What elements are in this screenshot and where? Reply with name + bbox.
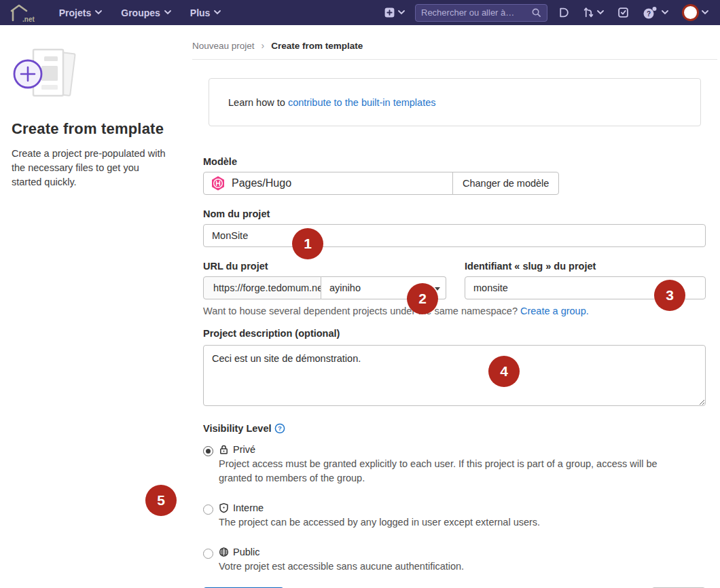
annotation-badge-4: 4: [488, 356, 520, 387]
private-radio[interactable]: [203, 446, 213, 456]
namespace-hint: Want to house several dependent projects…: [203, 306, 706, 316]
project-description-textarea[interactable]: Ceci est un site de démonstration.: [203, 345, 706, 406]
breadcrumb: Nouveau projet › Create from template: [192, 25, 717, 59]
annotation-badge-3: 3: [654, 280, 685, 311]
svg-text:?: ?: [647, 10, 651, 17]
visibility-option-public: Public Votre projet est accessible sans …: [203, 547, 706, 574]
pages-illustration: [12, 48, 86, 103]
private-option-name: Privé: [233, 444, 255, 455]
help-menu-button[interactable]: ?: [639, 3, 672, 22]
project-description-label: Project description (optional): [203, 328, 706, 339]
annotation-badge-1: 1: [292, 228, 323, 259]
breadcrumb-parent[interactable]: Nouveau projet: [192, 41, 255, 51]
project-url-label: URL du projet: [203, 261, 446, 272]
namespace-selected-value: ayiniho: [329, 282, 361, 293]
namespace-hint-text: Want to house several dependent projects…: [203, 306, 520, 316]
annotation-badge-5: 5: [145, 485, 177, 516]
lock-icon: [219, 444, 229, 455]
todos-icon: [617, 7, 629, 18]
visibility-option-internal: Interne The project can be accessed by a…: [203, 502, 706, 530]
project-url-prefix: https://forge.tedomum.ne: [203, 276, 321, 299]
globe-icon: [219, 547, 229, 557]
chevron-down-icon: [214, 10, 221, 15]
nav-projects-label: Projets: [59, 7, 91, 18]
internal-option-description: The project can be accessed by any logge…: [219, 515, 540, 530]
user-menu-button[interactable]: [679, 1, 712, 24]
chevron-down-icon: [702, 10, 708, 15]
nav-projects[interactable]: Projets: [52, 3, 109, 22]
chevron-down-icon: [164, 10, 171, 15]
hugo-icon: [211, 176, 225, 191]
template-illustration: [12, 48, 181, 103]
public-option-description: Votre projet est accessible sans aucune …: [219, 559, 464, 574]
chevron-down-icon: [662, 10, 668, 15]
visibility-level-label: Visibility Level ?: [203, 423, 706, 434]
issues-icon: [558, 7, 569, 18]
internal-option-name: Interne: [233, 502, 264, 513]
merge-requests-button[interactable]: [579, 4, 607, 21]
shield-icon: [219, 502, 229, 513]
internal-radio[interactable]: [203, 504, 213, 515]
main-panel: Nouveau projet › Create from template Le…: [192, 25, 717, 588]
help-question-icon[interactable]: ?: [274, 423, 285, 434]
merge-request-icon: [583, 7, 594, 18]
create-project-form: Modèle Pages/Hugo Changer de modèle Nom …: [192, 156, 717, 588]
todos-button[interactable]: [614, 4, 632, 21]
annotation-badge-2: 2: [407, 283, 438, 314]
avatar: [682, 4, 699, 21]
info-text: Learn how to: [228, 97, 285, 108]
selected-template-field: Pages/Hugo: [203, 172, 453, 195]
notification-dot: [653, 7, 657, 11]
breadcrumb-separator-icon: ›: [262, 40, 265, 51]
page-description: Create a project pre-populated with the …: [12, 147, 169, 189]
plus-square-icon: [384, 7, 395, 18]
tedomum-logo[interactable]: .net: [8, 3, 35, 23]
divider: [192, 59, 717, 60]
project-slug-label: Identifiant « slug » du projet: [465, 261, 706, 272]
templates-info-box: Learn how to contribute to the built-in …: [209, 78, 701, 126]
chevron-down-icon: [398, 10, 405, 15]
help-icon: ?: [643, 6, 659, 20]
private-option-description: Project access must be granted explicitl…: [219, 457, 687, 485]
logo-text: .net: [22, 16, 35, 23]
nav-groups-label: Groupes: [121, 7, 160, 18]
project-name-input[interactable]: [203, 224, 706, 247]
svg-text:?: ?: [278, 424, 283, 432]
new-menu-button[interactable]: [380, 4, 408, 21]
page-title: Create from template: [12, 120, 181, 138]
nav-more-label: Plus: [190, 7, 211, 18]
breadcrumb-current: Create from template: [271, 41, 363, 51]
create-group-link[interactable]: Create a group.: [520, 306, 589, 316]
search-input[interactable]: [421, 7, 527, 18]
search-icon[interactable]: [531, 7, 541, 18]
change-template-button[interactable]: Changer de modèle: [452, 172, 559, 195]
contribute-templates-link[interactable]: contribute to the built-in templates: [288, 97, 436, 108]
template-label: Modèle: [203, 156, 706, 167]
chevron-down-icon: [597, 10, 604, 15]
public-radio[interactable]: [203, 549, 213, 559]
global-search: [415, 4, 547, 22]
project-name-label: Nom du projet: [203, 208, 706, 219]
nav-groups[interactable]: Groupes: [114, 3, 178, 22]
visibility-option-private: Privé Project access must be granted exp…: [203, 444, 706, 485]
nav-more[interactable]: Plus: [183, 3, 228, 22]
top-navbar: .net Projets Groupes Plus: [0, 0, 720, 25]
public-option-name: Public: [233, 547, 260, 557]
chevron-down-icon: [95, 10, 102, 15]
visibility-level-text: Visibility Level: [203, 423, 271, 434]
selected-template-name: Pages/Hugo: [232, 177, 291, 189]
issues-button[interactable]: [554, 4, 573, 21]
